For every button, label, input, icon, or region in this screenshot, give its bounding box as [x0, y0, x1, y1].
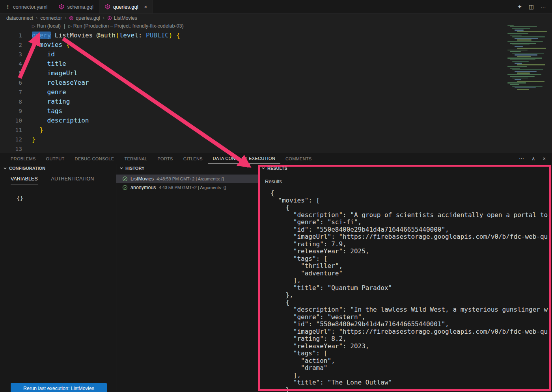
code-line[interactable]: 8 rating — [0, 97, 505, 106]
history-item-anonymous[interactable]: anonymous 4:43:58 PM GMT+2 | Arguments: … — [116, 183, 258, 192]
tab-variables[interactable]: VARIABLES — [11, 176, 38, 184]
breadcrumb-item-queries-gql[interactable]: queries.gql — [69, 15, 100, 21]
history-title: HISTORY — [125, 166, 144, 171]
run-production-label: Run (Production – Project: friendly-flix… — [73, 23, 184, 29]
code-line[interactable]: 13 — [0, 144, 505, 153]
code-editor[interactable]: ▷ Run (local) | ▷ Run (Production – Proj… — [0, 22, 552, 153]
line-number: 3 — [0, 50, 22, 59]
run-local-link[interactable]: ▷ Run (local) — [32, 23, 61, 29]
line-number: 1 — [0, 31, 22, 40]
line-number: 5 — [0, 69, 22, 78]
variables-value[interactable]: {} — [17, 195, 116, 201]
code-line[interactable]: 4 title — [0, 59, 505, 69]
history-header[interactable]: HISTORY — [116, 164, 258, 173]
breadcrumb: dataconnect › connector › queries.gql › … — [0, 14, 552, 22]
graphql-icon — [59, 4, 64, 9]
history-item-listmovies[interactable]: ListMovies 4:48:59 PM GMT+2 | Arguments:… — [116, 175, 258, 183]
breadcrumb-label: ListMovies — [114, 15, 137, 21]
code-lines: 1query ListMovies @auth(level: PUBLIC) {… — [0, 31, 505, 153]
split-editor-icon[interactable]: ◫ — [529, 4, 534, 10]
breadcrumb-label: queries.gql — [76, 15, 100, 21]
results-header[interactable]: RESULTS — [258, 164, 552, 173]
tab-authentication[interactable]: AUTHENTICATION — [51, 176, 94, 184]
vscode-window: ! connector.yaml schema.gql queries.gql … — [0, 0, 552, 392]
panel-more-icon[interactable]: ⋯ — [519, 156, 524, 162]
chevron-separator-icon: › — [65, 15, 66, 21]
code-line[interactable]: 7 genre — [0, 87, 505, 97]
close-tab-icon[interactable]: × — [144, 4, 147, 10]
chevron-separator-icon: › — [103, 15, 104, 21]
code-line[interactable]: 5 imageUrl — [0, 69, 505, 78]
tab-connector-yaml[interactable]: ! connector.yaml — [0, 0, 53, 13]
play-icon: ▷ — [68, 24, 71, 28]
panel-tab-comments[interactable]: COMMENTS — [280, 153, 317, 164]
editor-tab-bar: ! connector.yaml schema.gql queries.gql … — [0, 0, 552, 14]
results-label: Results — [265, 178, 552, 184]
code-line[interactable]: 1query ListMovies @auth(level: PUBLIC) { — [0, 31, 505, 40]
editor-actions: ✦ ◫ ⋯ — [517, 0, 552, 13]
panel-tab-bar: PROBLEMSOUTPUTDEBUG CONSOLETERMINALPORTS… — [0, 153, 552, 164]
more-actions-icon[interactable]: ⋯ — [541, 4, 546, 10]
line-number: 7 — [0, 87, 22, 97]
chevron-down-icon[interactable] — [119, 166, 123, 170]
line-number: 8 — [0, 97, 22, 106]
tab-label: schema.gql — [67, 4, 93, 10]
panel-tab-terminal[interactable]: TERMINAL — [119, 153, 152, 164]
graphql-icon — [69, 16, 74, 20]
panel-body: CONFIGURATION VARIABLES AUTHENTICATION {… — [0, 164, 552, 392]
history-item-name: anonymous — [131, 185, 156, 190]
line-number: 12 — [0, 135, 22, 144]
line-number: 9 — [0, 106, 22, 116]
panel-maximize-icon[interactable]: ∧ — [531, 156, 535, 162]
panel-close-icon[interactable]: × — [543, 156, 546, 162]
tab-queries-gql[interactable]: queries.gql × — [99, 0, 153, 13]
line-number: 13 — [0, 144, 22, 153]
code-line[interactable]: 2 movies { — [0, 40, 505, 50]
minimap[interactable] — [506, 24, 552, 90]
copilot-sparkle-icon[interactable]: ✦ — [517, 4, 522, 10]
panel-actions: ⋯ ∧ × — [519, 153, 552, 164]
tab-schema-gql[interactable]: schema.gql — [53, 0, 99, 13]
panel-tab-gitlens[interactable]: GITLENS — [178, 153, 208, 164]
panel-tab-problems[interactable]: PROBLEMS — [6, 153, 41, 164]
breadcrumb-item-connector[interactable]: connector — [40, 15, 62, 21]
code-line[interactable]: 6 releaseYear — [0, 78, 505, 87]
code-line[interactable]: 10 description — [0, 116, 505, 125]
chevron-down-icon[interactable] — [261, 166, 265, 170]
configuration-title: CONFIGURATION — [9, 166, 45, 171]
chevron-down-icon[interactable] — [3, 166, 7, 170]
line-number: 11 — [0, 125, 22, 135]
history-section: HISTORY ListMovies 4:48:59 PM GMT+2 | Ar… — [116, 164, 258, 392]
panel-tab-debug-console[interactable]: DEBUG CONSOLE — [70, 153, 119, 164]
chevron-separator-icon: › — [36, 15, 37, 21]
results-title: RESULTS — [267, 166, 287, 171]
code-line[interactable]: 9 tags — [0, 106, 505, 116]
breadcrumb-item-listmovies[interactable]: ListMovies — [107, 15, 137, 21]
code-line[interactable]: 12} — [0, 135, 505, 144]
panel-tab-ports[interactable]: PORTS — [152, 153, 178, 164]
panel-tab-output[interactable]: OUTPUT — [41, 153, 70, 164]
check-circle-icon — [122, 176, 128, 182]
code-line[interactable]: 11 } — [0, 125, 505, 135]
line-number: 4 — [0, 59, 22, 69]
line-number: 6 — [0, 78, 22, 87]
history-item-meta: 4:43:58 PM GMT+2 | Arguments: {} — [159, 185, 226, 190]
line-number: 10 — [0, 116, 22, 125]
run-production-link[interactable]: ▷ Run (Production – Project: friendly-fl… — [68, 23, 183, 29]
breadcrumb-item-dataconnect[interactable]: dataconnect — [6, 15, 33, 21]
code-line[interactable]: 3 id — [0, 50, 505, 59]
results-section: RESULTS Results { "movies": [ { "descrip… — [258, 164, 552, 392]
configuration-header[interactable]: CONFIGURATION — [0, 164, 116, 173]
configuration-section: CONFIGURATION VARIABLES AUTHENTICATION {… — [0, 164, 116, 392]
rerun-last-execution-button[interactable]: Rerun last execution: ListMovies — [11, 383, 107, 392]
panel-tab-list: PROBLEMSOUTPUTDEBUG CONSOLETERMINALPORTS… — [6, 153, 317, 164]
panel-tab-data-connect-execution[interactable]: DATA CONNECT EXECUTION — [208, 153, 280, 164]
yaml-file-icon: ! — [6, 4, 10, 10]
line-number: 2 — [0, 40, 22, 50]
codelens: ▷ Run (local) | ▷ Run (Production – Proj… — [32, 23, 184, 29]
configuration-tabs: VARIABLES AUTHENTICATION — [0, 176, 116, 184]
bottom-panel: PROBLEMSOUTPUTDEBUG CONSOLETERMINALPORTS… — [0, 153, 552, 392]
check-circle-icon — [122, 185, 128, 190]
tab-label: connector.yaml — [13, 4, 47, 10]
graphql-icon — [105, 4, 110, 9]
